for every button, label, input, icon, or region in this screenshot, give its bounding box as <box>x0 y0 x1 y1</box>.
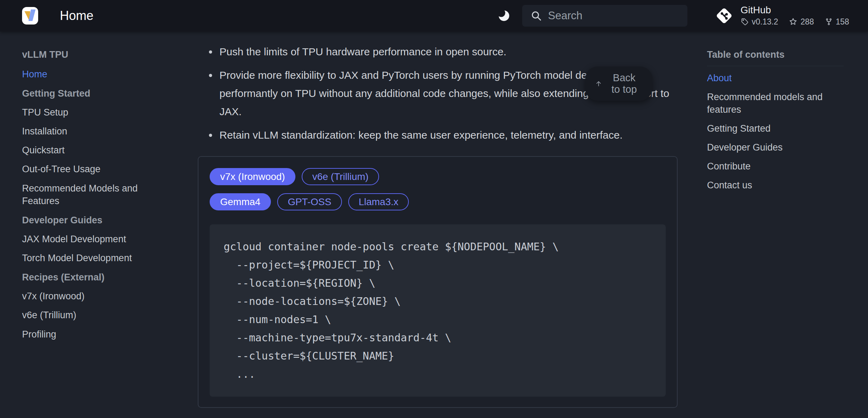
tab-v7x-ironwood[interactable]: v7x (Ironwood) <box>210 168 295 185</box>
sidebar-item-profiling[interactable]: Profiling <box>22 328 164 341</box>
sidebar-section-getting-started: Getting Started <box>22 87 164 100</box>
toc-title: Table of contents <box>707 48 844 66</box>
page-layout: vLLM TPU Home Getting Started TPU Setup … <box>0 32 868 418</box>
toc-item-developer-guides[interactable]: Developer Guides <box>707 141 844 154</box>
repo-stars: 288 <box>800 16 814 27</box>
site-title: vLLM TPU <box>22 48 164 61</box>
left-sidebar: vLLM TPU Home Getting Started TPU Setup … <box>0 32 189 418</box>
table-of-contents: Table of contents About Recommended mode… <box>686 32 868 418</box>
tag-icon <box>741 18 749 26</box>
tab-v6e-trillium[interactable]: v6e (Trillium) <box>302 168 379 185</box>
sidebar-item-v7x-ironwood[interactable]: v7x (Ironwood) <box>22 290 164 302</box>
sidebar-item-torch-model-development[interactable]: Torch Model Development <box>22 252 164 264</box>
code-text: gcloud container node-pools create ${NOD… <box>224 238 652 383</box>
repo-version: v0.13.2 <box>752 16 778 27</box>
tab-gemma4[interactable]: Gemma4 <box>210 193 271 210</box>
tab-llama3x[interactable]: Llama3.x <box>348 193 409 210</box>
theme-toggle-button[interactable] <box>494 6 514 26</box>
app-header: Home <box>0 0 868 32</box>
toc-item-recommended-models[interactable]: Recommended models and features <box>707 91 844 116</box>
vllm-logo[interactable] <box>22 7 38 25</box>
repo-name: GitHub <box>741 5 771 15</box>
fork-icon <box>825 18 833 26</box>
sidebar-section-recipes-external: Recipes (External) <box>22 271 164 284</box>
sidebar-item-quickstart[interactable]: Quickstart <box>22 144 164 156</box>
header-right-group: GitHub v0.13.2 288 <box>494 5 849 27</box>
search-icon <box>530 9 542 22</box>
sidebar-section-developer-guides: Developer Guides <box>22 214 164 227</box>
repo-forks: 158 <box>836 16 849 27</box>
github-repo-link[interactable]: GitHub v0.13.2 288 <box>715 5 849 27</box>
code-block: gcloud container node-pools create ${NOD… <box>210 224 666 397</box>
back-to-top-label: Back to top <box>608 72 640 95</box>
git-icon <box>715 6 734 25</box>
page-title: Home <box>60 8 93 23</box>
repo-facts: v0.13.2 288 158 <box>741 16 849 27</box>
hardware-tab-row: v7x (Ironwood) v6e (Trillium) <box>210 168 666 185</box>
search-input[interactable] <box>548 9 687 22</box>
arrow-up-icon <box>595 78 602 89</box>
toc-item-contribute[interactable]: Contribute <box>707 160 844 173</box>
tabbed-code-card: v7x (Ironwood) v6e (Trillium) Gemma4 GPT… <box>198 156 678 408</box>
main-content: Back to top Push the limits of TPU hardw… <box>189 32 686 418</box>
search-box[interactable] <box>522 5 687 27</box>
toc-item-about[interactable]: About <box>707 72 844 84</box>
star-icon <box>789 17 798 26</box>
sidebar-item-out-of-tree-usage[interactable]: Out-of-Tree Usage <box>22 163 164 175</box>
toc-item-getting-started[interactable]: Getting Started <box>707 122 844 135</box>
repo-texts: GitHub v0.13.2 288 <box>741 5 849 27</box>
moon-icon <box>497 9 511 23</box>
sidebar-item-v6e-trillium[interactable]: v6e (Trillium) <box>22 309 164 321</box>
model-tab-row: Gemma4 GPT-OSS Llama3.x <box>210 193 666 210</box>
sidebar-item-recommended-models[interactable]: Recommended Models and Features <box>22 182 164 207</box>
sidebar-item-jax-model-development[interactable]: JAX Model Development <box>22 233 164 245</box>
toc-item-contact-us[interactable]: Contact us <box>707 179 844 191</box>
sidebar-item-home[interactable]: Home <box>22 68 164 81</box>
sidebar-item-tpu-setup[interactable]: TPU Setup <box>22 106 164 119</box>
bullet-text: Retain vLLM standardization: keep the sa… <box>219 129 623 141</box>
list-item: Push the limits of TPU hardware performa… <box>198 43 679 61</box>
bullet-text: Push the limits of TPU hardware performa… <box>219 46 506 57</box>
tab-gpt-oss[interactable]: GPT-OSS <box>277 193 342 210</box>
back-to-top-button[interactable]: Back to top <box>585 67 652 101</box>
list-item: Retain vLLM standardization: keep the sa… <box>198 126 679 144</box>
sidebar-item-installation[interactable]: Installation <box>22 125 164 138</box>
